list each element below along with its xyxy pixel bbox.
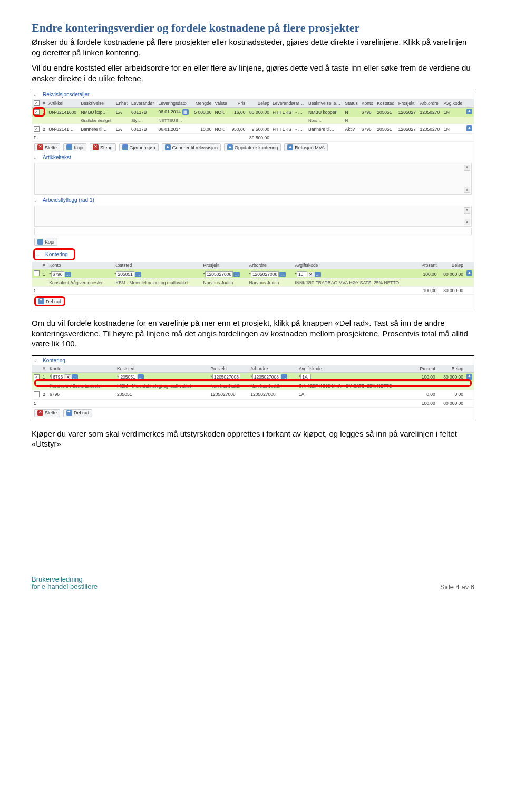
col-enhet: Enhet xyxy=(114,99,130,108)
col-pris: Pris xyxy=(229,99,247,108)
table-row[interactable]: ✓ 1 UN-82141600 NMBU kop… EA 60137B 06.0… xyxy=(32,108,474,117)
cell: UN-82141… xyxy=(47,124,79,134)
lookup-icon[interactable]: … xyxy=(315,272,321,277)
lookup-icon[interactable]: … xyxy=(279,272,286,277)
kopi-button-2[interactable]: Kopi xyxy=(34,238,57,246)
row-checkbox[interactable] xyxy=(34,391,40,397)
collapse-icon[interactable]: ⌵ xyxy=(34,198,39,203)
cell: 100,00 xyxy=(414,399,437,407)
scroll-down-icon[interactable]: ∨ xyxy=(464,219,470,225)
scroll-up-icon[interactable]: ∧ xyxy=(464,165,470,171)
cell: 1 xyxy=(41,269,47,279)
col-num: # xyxy=(41,99,47,108)
row-checkbox[interactable] xyxy=(34,270,40,276)
koststed-input[interactable]: 205051 xyxy=(116,271,134,277)
oppdatere-button[interactable]: Oppdatere kontering xyxy=(224,143,281,151)
expand-icon[interactable] xyxy=(466,270,472,276)
gjor-innkjop-button[interactable]: Gjør innkjøp xyxy=(119,143,159,151)
lookup-icon[interactable]: … xyxy=(65,272,71,277)
lookup-icon[interactable]: … xyxy=(135,272,141,277)
expand-icon[interactable] xyxy=(466,374,472,380)
lookup-icon[interactable]: … xyxy=(233,272,240,277)
cell: 2 xyxy=(41,390,48,399)
label: Oppdatere kontering xyxy=(235,145,278,150)
cell: 1N xyxy=(442,108,465,117)
artikkeltekst-textarea[interactable]: ∧∨ xyxy=(34,163,472,195)
cell: Bannere til… xyxy=(79,124,114,134)
cell: 80 000,00 xyxy=(439,287,465,295)
label: Del rad xyxy=(74,410,89,415)
col-prosjekt: Prosjekt xyxy=(397,99,419,108)
steng-button[interactable]: Steng xyxy=(90,143,116,151)
kontering-row[interactable]: 1 *6796… *205051… *1205027008… *12050270… xyxy=(32,269,474,279)
label: Steng xyxy=(100,145,113,150)
para-delrad: Om du vil fordele kostnadene for en vare… xyxy=(32,318,474,349)
refusjon-button[interactable]: Refusjon MVA xyxy=(284,143,328,151)
kontering-row[interactable]: 2 6796 205051 1205027008 1205027008 1A 0… xyxy=(32,390,474,399)
col: # xyxy=(41,262,47,269)
requisition-table: ✓ # Artikkel Beskrivelse Enhet Leverandø… xyxy=(32,99,474,142)
col-konto: Konto xyxy=(360,99,375,108)
collapse-icon[interactable]: ⌵ xyxy=(34,92,39,98)
col: Koststed xyxy=(115,365,209,373)
cell: EA xyxy=(114,124,130,134)
row-checkbox[interactable]: ✓ xyxy=(34,126,40,132)
slette-button[interactable]: Slette xyxy=(34,409,60,417)
table-row[interactable]: ✓ 2 UN-82141… Bannere til… EA 60137B 06.… xyxy=(32,124,474,134)
clear-icon[interactable]: ✕ xyxy=(308,272,314,277)
highlight-checkbox xyxy=(33,107,45,117)
cell: 1205027 xyxy=(397,108,419,117)
avgift-input[interactable]: 1L xyxy=(297,271,307,277)
cell: 80 000,00 xyxy=(247,108,271,117)
cell: Aktiv xyxy=(344,124,360,134)
col-leveringsdato: Leveringsdato xyxy=(157,99,191,108)
cell: Narvhus Judith xyxy=(202,279,248,287)
col: Prosjekt xyxy=(209,365,249,373)
calendar-icon[interactable]: ▦ xyxy=(182,109,189,115)
cell: 5 000,00 xyxy=(192,108,213,117)
prosjekt-input[interactable]: 1205027008 xyxy=(205,271,233,277)
input-line[interactable] xyxy=(34,228,472,235)
cell: 9 500,00 xyxy=(247,124,271,134)
kontering-subrow: Konsulent-/rågivertjenester IKBM - Meier… xyxy=(32,279,474,287)
cell: 06.01.2014 xyxy=(158,109,181,114)
scroll-down-icon[interactable]: ∨ xyxy=(464,187,470,193)
col: Koststed xyxy=(113,262,201,269)
intro-para-2: Vil du endre koststed eller arbeidsordre… xyxy=(32,63,474,83)
collapse-icon[interactable]: ⌵ xyxy=(34,155,39,160)
slette-button[interactable]: Slette xyxy=(34,143,60,151)
refund-icon xyxy=(287,144,293,150)
col: Arbordre xyxy=(248,262,294,269)
del-rad-button[interactable]: Del rad xyxy=(63,409,92,417)
del-rad-button[interactable]: Del rad xyxy=(34,296,65,306)
cell: 205051 xyxy=(375,108,397,117)
konto-input[interactable]: 6796 xyxy=(51,271,64,277)
cell: 16,00 xyxy=(229,108,247,117)
cell: 12050270 xyxy=(418,108,442,117)
section-kontering[interactable]: Kontering xyxy=(43,250,70,258)
cell: 6796 xyxy=(360,108,375,117)
col: Beløp xyxy=(437,365,465,373)
copy-icon xyxy=(37,239,43,245)
cell: 0,00 xyxy=(437,390,465,399)
kopi-button[interactable]: Kopi xyxy=(63,143,86,151)
col: Konto xyxy=(48,365,115,373)
col: Prosent xyxy=(414,365,437,373)
expand-icon[interactable] xyxy=(466,125,472,131)
col-arbordre: Arb.ordre xyxy=(418,99,442,108)
select-all-checkbox[interactable]: ✓ xyxy=(34,100,40,106)
collapse-icon[interactable]: ⌵ xyxy=(36,252,42,257)
expand-icon[interactable] xyxy=(466,109,472,114)
col-koststed: Koststed xyxy=(375,99,397,108)
cell: 100,00 xyxy=(417,287,439,295)
scroll-up-icon[interactable]: ∧ xyxy=(464,207,470,214)
generer-button[interactable]: Generer til rekvisisjon xyxy=(162,143,221,151)
cell: Sty… xyxy=(130,117,157,124)
cell: 0,00 xyxy=(414,390,437,399)
col-mengde: Mengde xyxy=(192,99,213,108)
arbordre-input[interactable]: 1205027008 xyxy=(251,271,279,277)
update-icon xyxy=(227,144,233,150)
collapse-icon[interactable]: ⌵ xyxy=(34,357,39,363)
section-title-rekvisisjon: Rekvisisjonsdetaljer xyxy=(41,91,91,99)
sum-row: Σ 100,00 80 000,00 xyxy=(32,287,474,295)
